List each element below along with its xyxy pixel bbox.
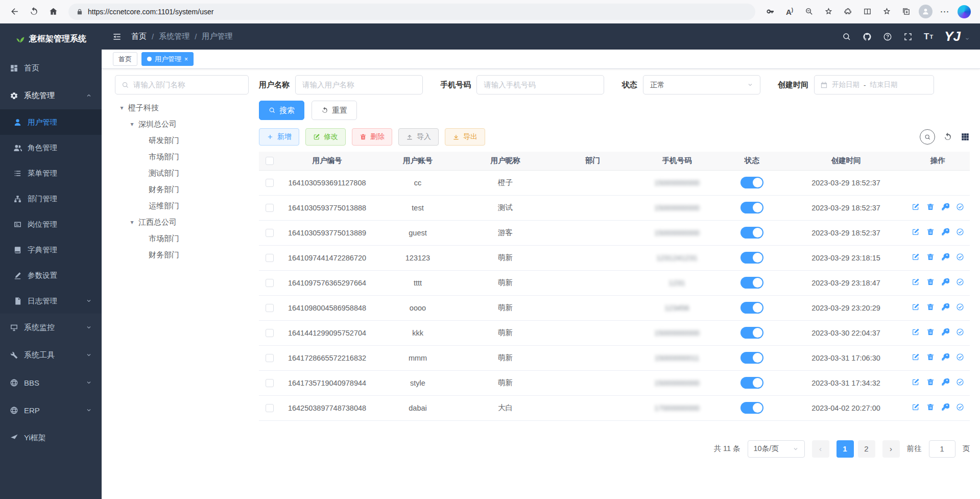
status-toggle[interactable] (740, 177, 763, 188)
extensions-icon[interactable] (839, 3, 856, 20)
delete-row-icon[interactable] (926, 403, 935, 411)
github-icon[interactable] (863, 32, 872, 41)
tree-node[interactable]: 财务部门 (115, 181, 249, 198)
row-checkbox[interactable] (266, 329, 274, 337)
select-all-checkbox[interactable] (266, 157, 274, 165)
delete-row-icon[interactable] (926, 353, 935, 361)
delete-row-icon[interactable] (926, 203, 935, 211)
refresh-table-button[interactable] (943, 132, 952, 141)
tree-node[interactable]: 财务部门 (115, 247, 249, 263)
tree-node[interactable]: 市场部门 (115, 230, 249, 247)
sidebar-item-dict[interactable]: 字典管理 (0, 237, 102, 263)
assign-role-icon[interactable] (956, 378, 964, 386)
edit-row-icon[interactable] (912, 253, 920, 261)
status-toggle[interactable] (740, 227, 763, 239)
tree-node[interactable]: 运维部门 (115, 198, 249, 214)
goto-page-input[interactable] (929, 440, 955, 458)
app-logo[interactable]: 意框架管理系统 (0, 23, 102, 54)
close-tag-icon[interactable]: × (184, 56, 188, 63)
edit-row-icon[interactable] (912, 378, 920, 386)
sidebar-item-home[interactable]: 首页 (0, 54, 102, 82)
sidebar-item-log[interactable]: 日志管理 (0, 288, 102, 314)
delete-row-icon[interactable] (926, 303, 935, 311)
reset-password-icon[interactable] (941, 203, 949, 211)
status-toggle[interactable] (740, 302, 763, 314)
reset-password-icon[interactable] (941, 328, 949, 336)
username-input[interactable] (295, 75, 423, 94)
toggle-search-button[interactable] (920, 129, 935, 145)
edit-row-icon[interactable] (912, 203, 920, 211)
status-toggle[interactable] (740, 252, 763, 264)
delete-row-icon[interactable] (926, 228, 935, 236)
column-settings-button[interactable] (961, 132, 970, 141)
reset-password-icon[interactable] (941, 228, 949, 236)
collapse-sidebar-icon[interactable] (112, 32, 122, 42)
row-checkbox[interactable] (266, 404, 274, 412)
tree-node[interactable]: ▾橙子科技 (115, 100, 249, 116)
edit-row-icon[interactable] (912, 328, 920, 336)
edit-row-icon[interactable] (912, 228, 920, 236)
assign-role-icon[interactable] (956, 203, 964, 211)
assign-role-icon[interactable] (956, 228, 964, 236)
status-toggle[interactable] (740, 377, 763, 389)
assign-role-icon[interactable] (956, 253, 964, 261)
sidebar-item-tools[interactable]: 系统工具 (0, 341, 102, 369)
row-checkbox[interactable] (266, 279, 274, 287)
zoom-out-icon[interactable] (800, 3, 818, 20)
sidebar-item-post[interactable]: 岗位管理 (0, 211, 102, 237)
row-checkbox[interactable] (266, 354, 274, 362)
phone-input[interactable] (476, 75, 604, 94)
delete-row-icon[interactable] (926, 278, 935, 286)
delete-row-icon[interactable] (926, 328, 935, 336)
row-checkbox[interactable] (266, 229, 274, 237)
department-search-input[interactable]: 请输入部门名称 (115, 75, 249, 94)
caret-down-icon[interactable]: ▾ (128, 121, 136, 128)
sidebar-item-bbs[interactable]: BBS (0, 369, 102, 396)
read-aloud-icon[interactable]: A) (781, 3, 798, 20)
page-button-2[interactable]: 2 (858, 440, 875, 458)
sidebar-item-menu[interactable]: 菜单管理 (0, 160, 102, 186)
status-toggle[interactable] (740, 202, 763, 213)
copilot-icon[interactable] (955, 3, 973, 20)
status-toggle[interactable] (740, 402, 763, 414)
browser-back-button[interactable] (5, 3, 23, 21)
tree-node[interactable]: ▾深圳总公司 (115, 116, 249, 132)
edit-row-icon[interactable] (912, 303, 920, 311)
tree-node[interactable]: 市场部门 (115, 149, 249, 165)
sidebar-item-system[interactable]: 系统管理 (0, 82, 102, 109)
reset-password-icon[interactable] (941, 403, 949, 411)
assign-role-icon[interactable] (956, 328, 964, 336)
edit-row-icon[interactable] (912, 403, 920, 411)
edit-button[interactable]: 修改 (305, 128, 346, 146)
prev-page-button[interactable]: ‹ (812, 440, 829, 458)
delete-button[interactable]: 删除 (352, 128, 392, 146)
search-button[interactable]: 搜索 (259, 101, 304, 120)
page-button-1[interactable]: 1 (836, 440, 854, 458)
font-size-icon[interactable]: TT (924, 32, 933, 42)
assign-role-icon[interactable] (956, 303, 964, 311)
breadcrumb-home[interactable]: 首页 (131, 32, 147, 41)
sidebar-item-param[interactable]: 参数设置 (0, 263, 102, 288)
favorites-icon[interactable] (878, 3, 895, 20)
page-size-select[interactable]: 10条/页 (748, 440, 805, 458)
assign-role-icon[interactable] (956, 403, 964, 411)
reset-password-icon[interactable] (941, 303, 949, 311)
row-checkbox[interactable] (266, 379, 274, 387)
reset-password-icon[interactable] (941, 353, 949, 361)
next-page-button[interactable]: › (882, 440, 900, 458)
collections-icon[interactable] (897, 3, 915, 20)
tree-node[interactable]: 测试部门 (115, 165, 249, 181)
date-range-picker[interactable]: 开始日期 - 结束日期 (814, 75, 934, 94)
status-toggle[interactable] (740, 277, 763, 289)
tree-node[interactable]: 研发部门 (115, 132, 249, 149)
reset-password-icon[interactable] (941, 253, 949, 261)
sidebar-item-yi[interactable]: Yi框架 (0, 424, 102, 452)
sidebar-item-user[interactable]: 用户管理 (0, 109, 102, 135)
browser-address-bar[interactable]: https://ccnetcore.com:1101/system/user (68, 4, 755, 20)
export-button[interactable]: 导出 (445, 128, 485, 146)
browser-refresh-button[interactable] (25, 3, 43, 21)
import-button[interactable]: 导入 (398, 128, 439, 146)
sidebar-item-role[interactable]: 角色管理 (0, 135, 102, 160)
status-toggle[interactable] (740, 327, 763, 339)
help-icon[interactable] (883, 32, 892, 41)
